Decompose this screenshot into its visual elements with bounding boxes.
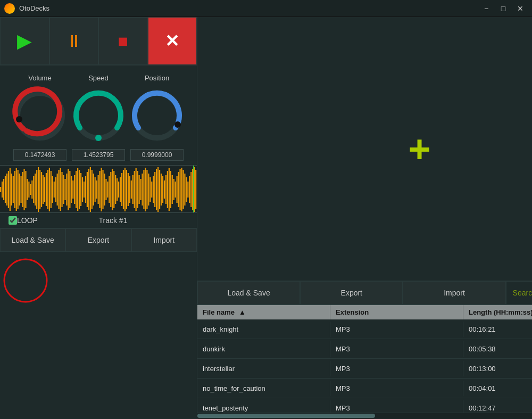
position-knob[interactable] — [128, 86, 186, 145]
svg-rect-20 — [20, 176, 21, 203]
loop-checkbox[interactable] — [9, 216, 17, 225]
svg-rect-23 — [25, 171, 26, 208]
minimize-button[interactable]: − — [479, 3, 494, 14]
pause-button[interactable]: ⏸ — [49, 17, 99, 65]
svg-rect-131 — [195, 170, 196, 209]
track-name: Track #1 — [38, 216, 188, 225]
app-logo — [4, 3, 15, 14]
left-bottom-toolbar: Load & Save Export Import — [0, 228, 197, 252]
svg-rect-86 — [124, 168, 126, 211]
svg-rect-114 — [169, 168, 170, 211]
svg-rect-79 — [113, 171, 114, 208]
svg-rect-11 — [6, 174, 7, 206]
svg-rect-64 — [90, 167, 91, 212]
file-name-2: interstellar — [197, 361, 330, 376]
svg-rect-118 — [175, 182, 176, 198]
file-ext-0: MP3 — [330, 322, 463, 337]
svg-rect-101 — [148, 174, 149, 206]
svg-rect-59 — [82, 177, 83, 202]
import-button[interactable]: Import — [131, 228, 197, 252]
play-button[interactable]: ▶ — [0, 17, 49, 65]
maximize-button[interactable]: □ — [496, 3, 511, 14]
svg-rect-104 — [153, 176, 154, 203]
svg-rect-54 — [74, 175, 75, 204]
volume-label: Volume — [28, 74, 51, 82]
play-icon: ▶ — [17, 30, 32, 52]
svg-rect-123 — [182, 170, 184, 209]
close-button[interactable]: ✕ — [148, 17, 197, 65]
file-len-3: 00:04:01 — [463, 381, 532, 396]
svg-rect-90 — [131, 180, 132, 199]
file-len-4: 00:12:47 — [463, 400, 532, 413]
volume-value: 0.1472493 — [13, 149, 66, 161]
svg-rect-103 — [151, 182, 152, 198]
loop-label: LOOP — [17, 216, 38, 225]
svg-rect-31 — [38, 167, 39, 212]
svg-rect-115 — [170, 171, 171, 208]
add-deck-button[interactable]: + — [408, 130, 430, 168]
svg-rect-47 — [63, 175, 64, 204]
file-list-area: Load & Save Export Import File name ▲ Ex… — [197, 281, 532, 419]
window-close-button[interactable]: ✕ — [513, 3, 528, 14]
waveform-display[interactable] — [0, 165, 197, 213]
svg-rect-129 — [192, 169, 193, 210]
speed-knob-container: Speed 1.4523795 — [69, 74, 128, 161]
svg-rect-92 — [134, 171, 135, 208]
svg-rect-128 — [190, 172, 192, 207]
file-export-button[interactable]: Export — [300, 281, 403, 305]
svg-rect-61 — [85, 176, 86, 203]
svg-rect-71 — [101, 168, 102, 211]
header-length: Length (HH:mm:ss) — [463, 305, 532, 319]
knobs-area: Volume 0.1472493 Speed — [0, 65, 197, 165]
file-name-1: dunkirk — [197, 341, 330, 357]
svg-rect-94 — [137, 171, 138, 208]
svg-rect-25 — [28, 182, 29, 198]
loop-row: LOOP Track #1 — [0, 213, 197, 228]
position-label: Position — [145, 74, 169, 82]
svg-rect-125 — [186, 177, 187, 202]
svg-rect-65 — [92, 170, 93, 209]
svg-rect-108 — [159, 170, 160, 209]
export-button[interactable]: Export — [65, 228, 131, 252]
svg-rect-74 — [105, 179, 106, 200]
scrollbar-thumb[interactable] — [197, 414, 375, 418]
svg-rect-84 — [121, 173, 122, 206]
table-row: dark_knight MP3 00:16:21 play — [197, 319, 532, 339]
waveform-svg — [0, 166, 197, 213]
header-name: File name ▲ — [197, 305, 330, 319]
svg-rect-126 — [187, 182, 188, 198]
pause-icon: ⏸ — [65, 31, 82, 51]
search-input[interactable] — [506, 281, 532, 305]
svg-rect-91 — [132, 175, 134, 204]
window-controls: − □ ✕ — [479, 3, 528, 14]
file-load-save-button[interactable]: Load & Save — [197, 281, 300, 305]
svg-rect-93 — [136, 168, 137, 211]
svg-rect-117 — [173, 179, 174, 200]
horizontal-scrollbar[interactable] — [197, 413, 532, 419]
svg-rect-32 — [39, 170, 40, 209]
volume-knob[interactable] — [11, 86, 69, 145]
svg-rect-42 — [55, 177, 56, 202]
table-row: dunkirk MP3 00:05:38 play — [197, 339, 532, 359]
load-save-button[interactable]: Load & Save — [0, 228, 65, 252]
svg-rect-122 — [181, 168, 182, 211]
app-title: OtoDecks — [19, 4, 479, 12]
volume-knob-container: Volume 0.1472493 — [11, 74, 69, 161]
file-ext-4: MP3 — [330, 400, 463, 413]
svg-rect-97 — [142, 174, 143, 206]
svg-rect-100 — [146, 170, 147, 209]
svg-rect-38 — [49, 168, 50, 211]
svg-rect-116 — [172, 175, 173, 204]
stop-button[interactable]: ■ — [98, 17, 148, 65]
file-import-button[interactable]: Import — [403, 281, 505, 305]
position-knob-container: Position 0.9999000 — [128, 74, 186, 161]
svg-rect-82 — [118, 182, 119, 198]
header-extension: Extension — [330, 305, 463, 319]
file-ext-3: MP3 — [330, 381, 463, 396]
speed-knob[interactable] — [69, 86, 128, 145]
svg-rect-119 — [177, 176, 178, 203]
file-len-2: 00:13:00 — [463, 361, 532, 376]
svg-rect-21 — [22, 172, 23, 207]
file-len-0: 00:16:21 — [463, 322, 532, 337]
table-header: File name ▲ Extension Length (HH:mm:ss) — [197, 305, 532, 319]
